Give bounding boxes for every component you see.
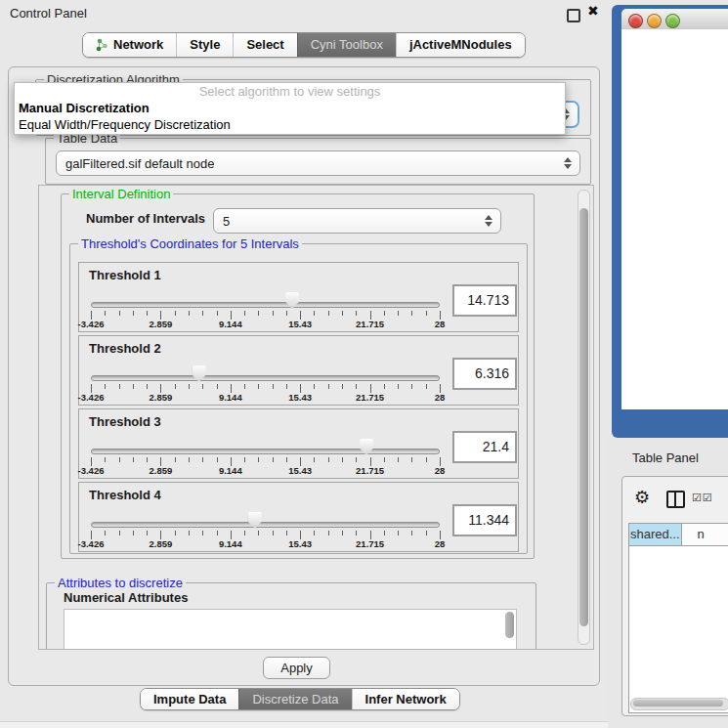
threshold-value-input[interactable]: 6.316	[452, 358, 517, 390]
tick-mark	[426, 457, 427, 462]
window-zoom-button[interactable]	[665, 14, 680, 28]
slider-track[interactable]	[91, 449, 440, 454]
table-data-combo[interactable]: galFiltered.sif default node	[56, 150, 580, 176]
slider-tick-labels: -3.4262.8599.14415.4321.71528	[91, 392, 440, 403]
column-header-shared-name[interactable]: shared...	[629, 524, 682, 545]
tick-label: 15.43	[288, 392, 312, 403]
algorithm-placeholder-option[interactable]: Select algorithm to view settings	[15, 83, 565, 100]
algorithm-dropdown-popup: Select algorithm to view settings Manual…	[14, 82, 566, 135]
tick-mark	[286, 384, 287, 389]
tick-mark	[356, 384, 357, 389]
slider-tick-labels: -3.4262.8599.14415.4321.71528	[91, 319, 440, 329]
window-close-button[interactable]	[628, 14, 643, 28]
node-table: shared... n	[628, 523, 728, 713]
number-of-intervals-value: 5	[223, 214, 230, 229]
attributes-group: Attributes to discretize Numerical Attri…	[46, 582, 536, 650]
tick-mark	[286, 311, 287, 316]
tick-mark	[202, 384, 203, 389]
chevron-up-down-icon	[564, 157, 572, 169]
tab-discretize-data[interactable]: Discretize Data	[238, 689, 351, 709]
tick-label: 21.715	[356, 319, 384, 329]
column-checkbox-icons[interactable]: ☑☑	[692, 492, 713, 504]
threshold-value-input[interactable]: 14.713	[452, 284, 517, 317]
tab-label: jActiveMNodules	[409, 33, 512, 57]
close-icon[interactable]: ✖	[587, 3, 599, 19]
tab-cyni-toolbox[interactable]: Cyni Toolbox	[297, 33, 396, 57]
tick-mark	[384, 531, 385, 535]
tab-infer-network[interactable]: Infer Network	[352, 689, 459, 709]
table-data-group: Table Data galFiltered.sif default node	[45, 138, 591, 185]
slider-tick-labels: -3.4262.8599.14415.4321.71528	[91, 465, 440, 476]
tick-mark	[217, 384, 218, 389]
slider-track[interactable]	[91, 302, 440, 308]
tick-mark	[119, 384, 120, 389]
tick-mark	[342, 457, 343, 462]
slider: -3.4262.8599.14415.4321.71528	[91, 409, 440, 478]
table-horizontal-scrollbar[interactable]	[630, 698, 728, 710]
tick-label: -3.426	[78, 319, 105, 329]
tick-mark	[342, 531, 343, 535]
tab-jactivemnodules[interactable]: jActiveMNodules	[396, 33, 525, 57]
threshold-value-input[interactable]: 11.344	[452, 504, 517, 536]
cyni-toolbox-panel: Discretization Algorithm Table Data galF…	[8, 66, 600, 686]
tick-label: 2.859	[150, 465, 173, 476]
settings-panel-scrollbar[interactable]	[578, 190, 590, 645]
tick-mark	[286, 457, 287, 462]
slider-track[interactable]	[91, 522, 440, 528]
tick-mark	[258, 457, 259, 462]
tab-impute-data[interactable]: Impute Data	[141, 689, 238, 709]
tick-mark	[258, 531, 259, 535]
apply-button[interactable]: Apply	[263, 657, 330, 679]
table-panel-title: Table Panel	[632, 450, 699, 465]
tick-mark	[342, 384, 343, 389]
tick-mark	[105, 531, 106, 535]
tick-label: 2.859	[150, 319, 173, 329]
tab-network[interactable]: Network	[83, 33, 176, 57]
tick-label: 2.859	[150, 392, 173, 403]
tick-mark	[426, 531, 427, 535]
tick-mark	[411, 311, 412, 316]
slider: -3.4262.8599.14415.4321.71528	[91, 483, 440, 551]
tick-mark	[189, 531, 190, 535]
tick-mark	[175, 311, 176, 316]
threshold-panel: Threshold 3-3.4262.8599.14415.4321.71528…	[78, 408, 519, 479]
tick-mark	[119, 531, 120, 535]
interval-definition-group: Interval Definition Number of Intervals …	[61, 193, 535, 559]
tick-mark	[314, 384, 315, 389]
tick-mark	[133, 457, 134, 462]
tick-mark	[202, 531, 203, 535]
gear-icon[interactable]: ⚙	[634, 487, 650, 508]
column-header-name[interactable]: n	[682, 524, 728, 545]
tab-style[interactable]: Style	[176, 33, 233, 57]
attributes-list-scrollbar[interactable]	[504, 611, 515, 650]
float-window-icon[interactable]	[567, 9, 580, 22]
threshold-value-input[interactable]: 21.4	[452, 431, 517, 463]
window-minimize-button[interactable]	[647, 14, 662, 28]
tick-mark	[175, 384, 176, 389]
tick-mark	[133, 311, 134, 316]
number-of-intervals-combo[interactable]: 5	[213, 208, 501, 234]
slider: -3.4262.8599.14415.4321.71528	[91, 263, 440, 331]
tick-mark	[217, 311, 218, 316]
tick-mark	[398, 531, 399, 535]
interval-definition-group-title: Interval Definition	[69, 187, 173, 201]
split-view-icon[interactable]	[666, 491, 685, 508]
screen: Control Panel ✖ NetworkStyleSelectCyni T…	[0, 0, 728, 728]
network-window-titlebar[interactable]	[621, 9, 728, 30]
tick-label: 28	[435, 538, 446, 549]
tick-mark	[189, 311, 190, 316]
tick-mark	[202, 457, 203, 462]
algorithm-option-equal-width[interactable]: Equal Width/Frequency Discretization	[15, 116, 565, 133]
tick-label: 2.859	[150, 538, 173, 549]
slider-track[interactable]	[91, 375, 440, 381]
tab-label: Network	[113, 33, 163, 57]
tick-mark	[426, 384, 427, 389]
algorithm-option-manual[interactable]: Manual Discretization	[15, 100, 565, 116]
tick-mark	[314, 457, 315, 462]
tick-mark	[273, 311, 274, 316]
tick-mark	[217, 457, 218, 462]
tab-label: Cyni Toolbox	[311, 33, 383, 57]
tab-label: Style	[190, 33, 220, 57]
tab-select[interactable]: Select	[233, 33, 296, 57]
network-canvas[interactable]	[621, 29, 728, 409]
